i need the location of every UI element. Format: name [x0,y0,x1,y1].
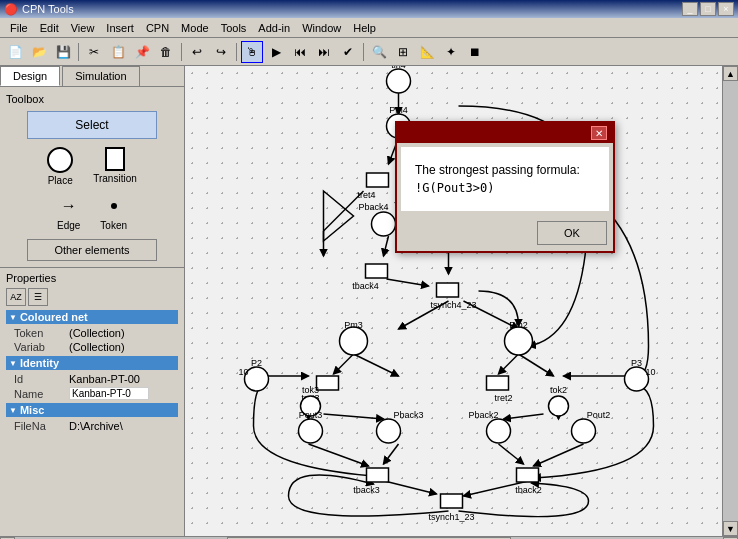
prop-variab-key: Variab [14,341,69,353]
menu-addin[interactable]: Add-in [252,20,296,36]
svg-text:tok3: tok3 [302,385,319,395]
toolbar-select-tool[interactable]: 🖱 [241,41,263,63]
svg-point-73 [572,419,596,443]
close-button[interactable]: × [718,2,734,16]
identity-label: Identity [20,357,59,369]
token-label: Token [100,220,127,231]
menu-window[interactable]: Window [296,20,347,36]
app-title: CPN Tools [22,3,74,15]
svg-text:10: 10 [238,367,248,377]
prop-token-val: (Collection) [69,327,125,339]
menu-view[interactable]: View [65,20,101,36]
menu-help[interactable]: Help [347,20,382,36]
token-tool[interactable]: Token [100,194,127,231]
svg-point-38 [372,212,396,236]
toolbar-sep1 [78,43,79,61]
toolbar-grid[interactable]: ⊞ [392,41,414,63]
prop-id-key: Id [14,373,69,385]
toolbar-redo[interactable]: ↪ [210,41,232,63]
svg-text:tsynch4_23: tsynch4_23 [430,300,476,310]
title-bar-left: 🔴 CPN Tools [4,3,74,16]
maximize-button[interactable]: □ [700,2,716,16]
edge-label: Edge [57,220,80,231]
menu-insert[interactable]: Insert [100,20,140,36]
svg-text:Pback2: Pback2 [468,410,498,420]
toolbar-step[interactable]: ⏮ [289,41,311,63]
dialog-ok-button[interactable]: OK [537,221,607,245]
misc-header[interactable]: ▼ Misc [6,403,178,417]
toolbar-paste[interactable]: 📌 [131,41,153,63]
scroll-up-button[interactable]: ▲ [723,66,738,81]
toolbar-new[interactable]: 📄 [4,41,26,63]
transition-tool[interactable]: Transition [93,147,137,184]
svg-line-15 [499,354,519,374]
toolbar-snap[interactable]: 📐 [416,41,438,63]
svg-point-69 [377,419,401,443]
toolbar-copy[interactable]: 📋 [107,41,129,63]
transition-icon [105,147,125,171]
prop-sort-btn[interactable]: AZ [6,288,26,306]
toolbar-stop[interactable]: ⏹ [464,41,486,63]
svg-rect-75 [367,468,389,482]
canvas-area[interactable]: tin4 Pm4 10 P4 tok4 Pback4 Pout4 tret4 t [185,66,722,536]
left-panel: Design Simulation Toolbox Select Place T… [0,66,185,536]
toolbar-step2[interactable]: ⏭ [313,41,335,63]
dialog-message: The strongest passing formula: [415,163,595,177]
svg-point-71 [487,419,511,443]
dialog: ✕ The strongest passing formula: !G(Pout… [395,121,615,253]
prop-variab-val: (Collection) [69,341,125,353]
select-button[interactable]: Select [27,111,157,139]
toolbar-delete[interactable]: 🗑 [155,41,177,63]
toolbar-zoom-in[interactable]: 🔍 [368,41,390,63]
toolbox-row2: → Edge Token [6,194,178,231]
misc-collapse-triangle: ▼ [9,406,17,415]
token-icon [111,203,117,209]
other-elements-button[interactable]: Other elements [27,239,157,261]
toolbar-save[interactable]: 💾 [52,41,74,63]
svg-line-27 [385,481,437,494]
svg-text:Pm2: Pm2 [509,320,528,330]
menu-mode[interactable]: Mode [175,20,215,36]
right-scrollbar: ▲ ▼ [722,66,738,536]
svg-line-13 [334,354,354,374]
misc-body: FileNa D:\Archive\ [6,419,178,433]
toolbar-open[interactable]: 📂 [28,41,50,63]
prop-variab-row: Variab (Collection) [14,340,178,354]
svg-text:P2: P2 [251,358,262,368]
svg-rect-61 [487,376,509,390]
toolbar-cut[interactable]: ✂ [83,41,105,63]
toolbar-mark[interactable]: ✦ [440,41,462,63]
main-layout: Design Simulation Toolbox Select Place T… [0,66,738,536]
menu-file[interactable]: File [4,20,34,36]
toolbar-check[interactable]: ✔ [337,41,359,63]
toolbox: Toolbox Select Place Transition → Edge [0,87,184,267]
identity-header[interactable]: ▼ Identity [6,356,178,370]
menu-tools[interactable]: Tools [215,20,253,36]
svg-point-65 [549,396,569,416]
toolbar-undo[interactable]: ↩ [186,41,208,63]
place-label: Place [48,175,73,186]
place-tool[interactable]: Place [47,147,73,186]
svg-line-14 [354,354,399,376]
properties-section: Properties AZ ☰ ▼ Coloured net Token (Co… [0,267,184,536]
tab-simulation[interactable]: Simulation [62,66,139,86]
toolbar-sep2 [181,43,182,61]
menu-cpn[interactable]: CPN [140,20,175,36]
svg-text:10: 10 [645,367,655,377]
prop-group-btn[interactable]: ☰ [28,288,48,306]
coloured-net-header[interactable]: ▼ Coloured net [6,310,178,324]
toolbar-play[interactable]: ▶ [265,41,287,63]
scroll-down-button[interactable]: ▼ [723,521,738,536]
tab-design[interactable]: Design [0,66,60,86]
prop-name-val[interactable]: Kanban-PT-0 [69,387,149,400]
menu-edit[interactable]: Edit [34,20,65,36]
edge-tool[interactable]: → Edge [57,194,80,231]
svg-line-8 [387,279,429,286]
transition-label: Transition [93,173,137,184]
dialog-close-button[interactable]: ✕ [591,126,607,140]
minimize-button[interactable]: _ [682,2,698,16]
svg-point-51 [505,327,533,355]
scroll-track-right[interactable] [723,81,738,521]
svg-text:tback2: tback2 [515,485,542,495]
coloured-net-label: Coloured net [20,311,88,323]
